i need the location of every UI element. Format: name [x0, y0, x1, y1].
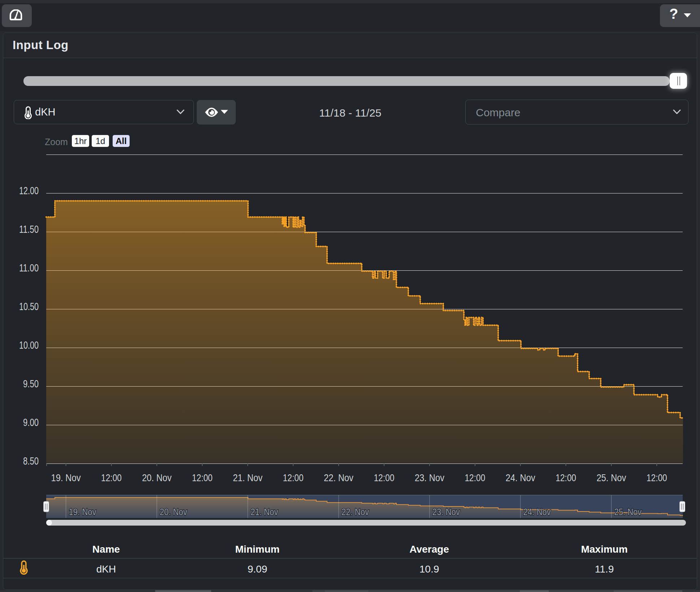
svg-text:9.00: 9.00 — [23, 417, 39, 428]
svg-text:24. Nov: 24. Nov — [506, 472, 535, 483]
svg-text:21. Nov: 21. Nov — [251, 506, 278, 517]
svg-text:23. Nov: 23. Nov — [432, 506, 460, 517]
svg-text:12.00: 12.00 — [19, 185, 39, 196]
svg-text:12:00: 12:00 — [283, 472, 304, 483]
svg-text:22. Nov: 22. Nov — [324, 472, 353, 483]
svg-text:12:00: 12:00 — [647, 472, 667, 483]
svg-text:12:00: 12:00 — [556, 472, 576, 483]
svg-text:24. Nov: 24. Nov — [523, 506, 551, 517]
svg-text:10.50: 10.50 — [19, 301, 39, 312]
svg-text:22. Nov: 22. Nov — [342, 506, 369, 517]
svg-text:19. Nov: 19. Nov — [51, 472, 81, 483]
svg-text:9.50: 9.50 — [23, 378, 39, 389]
svg-text:19. Nov: 19. Nov — [69, 506, 96, 517]
svg-text:20. Nov: 20. Nov — [160, 506, 187, 517]
svg-text:8.50: 8.50 — [23, 455, 39, 467]
svg-text:25. Nov: 25. Nov — [596, 472, 626, 483]
svg-text:12:00: 12:00 — [192, 472, 213, 483]
svg-text:21. Nov: 21. Nov — [233, 472, 262, 483]
svg-text:12:00: 12:00 — [374, 472, 394, 483]
svg-text:20. Nov: 20. Nov — [142, 472, 171, 483]
svg-text:23. Nov: 23. Nov — [415, 472, 444, 483]
svg-text:10.00: 10.00 — [19, 339, 39, 351]
svg-text:25. Nov: 25. Nov — [614, 506, 642, 517]
svg-text:11.50: 11.50 — [19, 223, 39, 235]
svg-text:12:00: 12:00 — [465, 472, 485, 483]
svg-text:11.00: 11.00 — [19, 262, 39, 274]
svg-text:12:00: 12:00 — [101, 472, 122, 483]
